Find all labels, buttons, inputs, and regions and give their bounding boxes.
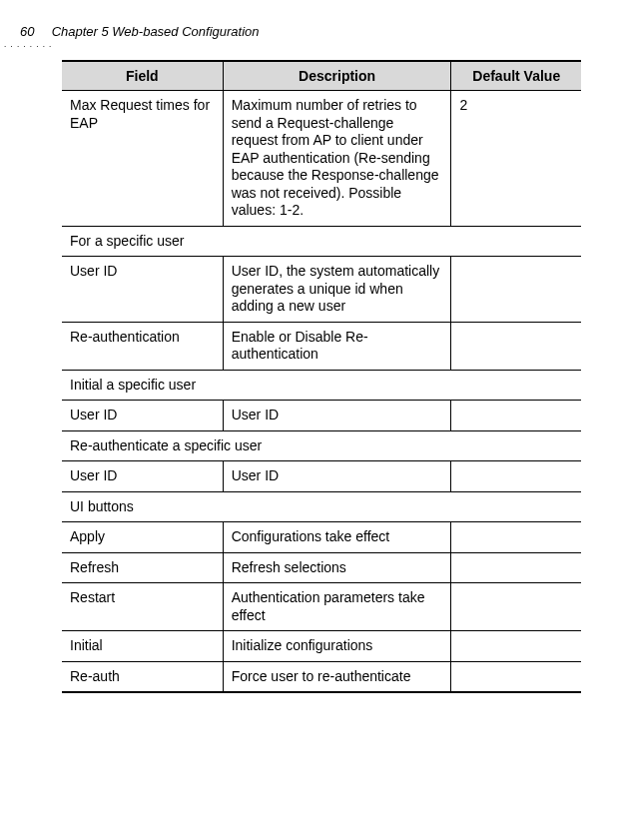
section-row: Re-authenticate a specific user — [62, 430, 581, 461]
table-row: ApplyConfigurations take effect — [62, 522, 581, 553]
fields-table: Field Description Default Value Max Requ… — [62, 60, 581, 693]
cell-description: User ID, the system automatically genera… — [223, 257, 451, 323]
chapter-title: Chapter 5 Web-based Configuration — [52, 24, 260, 39]
cell-default — [451, 583, 581, 631]
cell-field: Apply — [62, 522, 223, 553]
cell-description: User ID — [223, 401, 451, 431]
cell-description: Initialize configurations — [223, 631, 451, 662]
table-row: Re-authForce user to re-authenticate — [62, 661, 581, 692]
cell-default — [451, 401, 581, 431]
page-number: 60 — [20, 24, 48, 39]
table-row: User IDUser ID, the system automatically… — [62, 257, 581, 323]
table-header-row: Field Description Default Value — [62, 61, 581, 91]
section-row: Initial a specific user — [62, 370, 581, 401]
header-dots: · · · · · · · · — [4, 42, 52, 51]
content-area: Field Description Default Value Max Requ… — [62, 60, 581, 693]
cell-description: Authentication parameters take effect — [223, 583, 451, 631]
cell-field: Initial — [62, 631, 223, 662]
col-default: Default Value — [451, 61, 581, 91]
cell-default — [451, 522, 581, 553]
section-label: For a specific user — [62, 226, 581, 257]
cell-field: Refresh — [62, 552, 223, 583]
section-row: For a specific user — [62, 226, 581, 257]
table-row: RestartAuthentication parameters take ef… — [62, 583, 581, 631]
section-label: UI buttons — [62, 491, 581, 522]
cell-default — [451, 661, 581, 692]
cell-default: 2 — [451, 91, 581, 227]
cell-description: Refresh selections — [223, 552, 451, 583]
table-row: RefreshRefresh selections — [62, 552, 581, 583]
page-header: 60 Chapter 5 Web-based Configuration — [20, 24, 599, 39]
table-row: User IDUser ID — [62, 461, 581, 492]
table-row: Max Request times for EAPMaximum number … — [62, 91, 581, 227]
cell-field: Restart — [62, 583, 223, 631]
cell-default — [451, 322, 581, 370]
cell-description: Configurations take effect — [223, 522, 451, 553]
cell-description: Enable or Disable Re-authentication — [223, 322, 451, 370]
col-field: Field — [62, 61, 223, 91]
cell-description: User ID — [223, 461, 451, 492]
cell-field: User ID — [62, 461, 223, 492]
cell-field: Max Request times for EAP — [62, 91, 223, 227]
col-description: Description — [223, 61, 451, 91]
cell-field: User ID — [62, 401, 223, 431]
cell-description: Force user to re-authenticate — [223, 661, 451, 692]
cell-field: Re-auth — [62, 661, 223, 692]
table-row: Re-authenticationEnable or Disable Re-au… — [62, 322, 581, 370]
section-label: Re-authenticate a specific user — [62, 430, 581, 461]
cell-default — [451, 631, 581, 662]
section-label: Initial a specific user — [62, 370, 581, 401]
cell-default — [451, 461, 581, 492]
cell-field: Re-authentication — [62, 322, 223, 370]
cell-default — [451, 257, 581, 323]
section-row: UI buttons — [62, 491, 581, 522]
cell-description: Maximum number of retries to send a Requ… — [223, 91, 451, 227]
table-row: InitialInitialize configurations — [62, 631, 581, 662]
table-row: User IDUser ID — [62, 401, 581, 431]
cell-field: User ID — [62, 257, 223, 323]
cell-default — [451, 552, 581, 583]
